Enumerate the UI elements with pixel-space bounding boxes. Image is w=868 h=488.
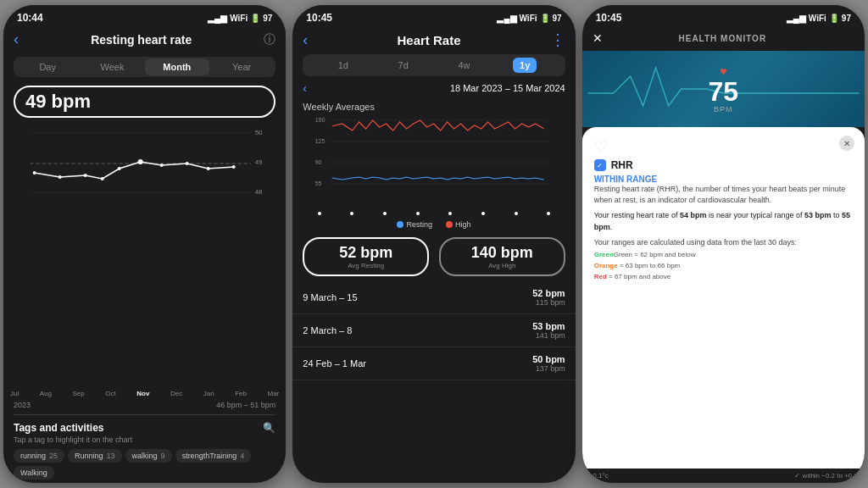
back-button-1[interactable]: ‹ <box>14 30 19 48</box>
battery-icon-3: 🔋 <box>829 14 839 23</box>
status-bar-3: 10:45 ▂▄▆ WiFi 🔋 97 <box>582 5 865 27</box>
page-title-3: HEALTH MONITOR <box>679 34 767 43</box>
svg-point-10 <box>101 177 104 180</box>
svg-point-7 <box>33 171 36 175</box>
highlight-bpm: 54 bpm <box>680 211 707 219</box>
tag-strengthTraining[interactable]: strengthTraining4 <box>175 449 252 463</box>
modal-card: ✕ ♡ ✓ RHR WITHIN RANGE Resting heart rat… <box>582 127 865 469</box>
chart-area-1: 50 49 48 <box>3 123 286 388</box>
period-tabs: Day Week Month Year <box>14 57 275 77</box>
svg-point-11 <box>118 167 121 170</box>
weekly-list: 9 March – 15 52 bpm 115 bpm 2 March – 8 … <box>292 281 575 380</box>
avg-high-box: 140 bpm Avg High <box>439 237 565 276</box>
svg-text:55: 55 <box>315 180 322 186</box>
legend-resting-dot <box>397 221 403 228</box>
tab-year[interactable]: Year <box>209 58 274 75</box>
tab-week[interactable]: Week <box>80 58 144 75</box>
bpm-center: ♥ 75 BPM <box>709 64 739 114</box>
status-bar-1: 10:44 ▂▄▆ WiFi 🔋 97 <box>3 5 286 27</box>
highlight-range: 53 bpm <box>804 211 832 219</box>
battery-level-3: 97 <box>842 14 851 23</box>
svg-point-9 <box>84 174 87 177</box>
wifi-icon-2: WiFi <box>520 14 537 23</box>
month-labels: Jul Aug Sep Oct Nov Dec Jan Feb Mar <box>3 388 286 399</box>
week-row-1[interactable]: 2 March – 8 53 bpm 141 bpm <box>292 314 575 347</box>
nav-bar-2: ‹ Heart Rate ⋮ <box>292 27 575 54</box>
rhr-badge: ✓ RHR <box>594 159 853 171</box>
within-range-label: WITHIN RANGE <box>594 175 853 184</box>
wifi-icon: WiFi <box>230 14 248 23</box>
range-items: GreenGreen = 62 bpm and below Orange = 6… <box>594 250 853 282</box>
legend-high: High <box>446 220 471 229</box>
nav-bar-1: ‹ Resting heart rate ⓘ <box>3 27 286 53</box>
status-icons-3: ▂▄▆ WiFi 🔋 97 <box>787 14 851 23</box>
tags-pills: running25 Running13 walking9 strengthTra… <box>14 449 275 480</box>
bpm-range: 46 bpm – 51 bpm <box>216 401 275 409</box>
signal-icon-3: ▂▄▆ <box>787 14 806 23</box>
svg-text:48: 48 <box>255 188 263 196</box>
info-button-1[interactable]: ⓘ <box>264 32 275 47</box>
legend-high-dot <box>446 221 453 228</box>
close-button-3[interactable]: ✕ <box>593 31 603 45</box>
status-time-1: 10:44 <box>17 12 43 24</box>
bottom-peek: −0.1°c ✓ within −0.2 to +0.3 <box>582 469 865 483</box>
modal-heart-icon: ♡ <box>594 137 853 156</box>
avg-high-value: 140 bpm <box>449 244 555 262</box>
page-title-2: Heart Rate <box>397 33 460 47</box>
tab-day[interactable]: Day <box>15 58 80 75</box>
more-button-2[interactable]: ⋮ <box>550 30 565 49</box>
avg-high-label: Avg High <box>449 262 555 269</box>
svg-point-8 <box>58 175 62 179</box>
date-range-bar: ‹ 18 Mar 2023 – 15 Mar 2024 <box>292 76 575 100</box>
chart-legend: Resting High <box>292 217 575 232</box>
year-label: 2023 <box>14 401 31 409</box>
tags-header: Tags and activities 🔍 <box>14 422 275 434</box>
tag-walking[interactable]: walking9 <box>125 449 172 463</box>
health-monitor-header: ♥ 75 BPM <box>582 51 865 127</box>
tab-1y[interactable]: 1y <box>513 58 537 73</box>
status-icons-1: ▂▄▆ WiFi 🔋 97 <box>208 14 272 23</box>
resting-hr-chart: 50 49 48 <box>10 126 279 202</box>
heart-rate-chart: 160 125 90 55 <box>299 114 568 207</box>
phone-screen-3: 10:45 ▂▄▆ WiFi 🔋 97 ✕ HEALTH MONITOR ⓘ ♥… <box>582 5 865 483</box>
prev-period-button[interactable]: ‹ <box>303 81 307 95</box>
svg-point-16 <box>232 165 236 169</box>
range-note: Your ranges are calculated using data fr… <box>594 238 853 247</box>
svg-text:90: 90 <box>315 159 322 165</box>
back-button-2[interactable]: ‹ <box>303 31 308 49</box>
tags-section: Tags and activities 🔍 Tap a tag to highl… <box>3 419 286 483</box>
page-title-1: Resting heart rate <box>91 33 192 47</box>
tab-7d[interactable]: 7d <box>392 58 415 73</box>
time-tabs: 1d 7d 4w 1y <box>303 54 565 76</box>
avg-resting-box: 52 bpm Avg Resting <box>303 237 429 276</box>
svg-text:50: 50 <box>255 129 263 136</box>
battery-level-1: 97 <box>263 14 272 23</box>
svg-point-13 <box>160 164 164 167</box>
tab-month[interactable]: Month <box>145 58 209 75</box>
tag-running[interactable]: running25 <box>14 449 64 463</box>
legend-resting: Resting <box>397 220 432 229</box>
temp-value: −0.1°c <box>589 472 609 480</box>
svg-point-12 <box>138 159 143 164</box>
status-time-3: 10:45 <box>596 12 622 24</box>
week-row-2[interactable]: 24 Feb – 1 Mar 50 bpm 137 bpm <box>292 347 575 380</box>
avg-resting-label: Avg Resting <box>313 262 419 269</box>
tag-Walking[interactable]: Walking <box>14 466 54 480</box>
svg-point-14 <box>186 162 189 165</box>
wifi-icon-3: WiFi <box>809 14 826 23</box>
stats-row: 52 bpm Avg Resting 140 bpm Avg High <box>292 232 575 281</box>
range-info: 2023 46 bpm – 51 bpm <box>3 399 286 411</box>
tag-Running[interactable]: Running13 <box>68 449 122 463</box>
battery-icon-2: 🔋 <box>540 14 550 23</box>
svg-text:49: 49 <box>255 158 263 166</box>
tags-title: Tags and activities <box>14 422 103 434</box>
tab-4w[interactable]: 4w <box>451 58 476 73</box>
date-range-label: 18 Mar 2023 – 15 Mar 2024 <box>450 83 565 93</box>
tags-search-icon[interactable]: 🔍 <box>263 422 275 434</box>
tab-1d[interactable]: 1d <box>331 58 355 73</box>
modal-close-button[interactable]: ✕ <box>839 136 854 151</box>
tags-subtitle: Tap a tag to highlight it on the chart <box>14 435 275 444</box>
week-row-0[interactable]: 9 March – 15 52 bpm 115 bpm <box>292 281 575 314</box>
phone-screen-2: 10:45 ▂▄▆ WiFi 🔋 97 ‹ Heart Rate ⋮ 1d 7d… <box>292 5 575 483</box>
signal-icon-2: ▂▄▆ <box>497 14 516 23</box>
